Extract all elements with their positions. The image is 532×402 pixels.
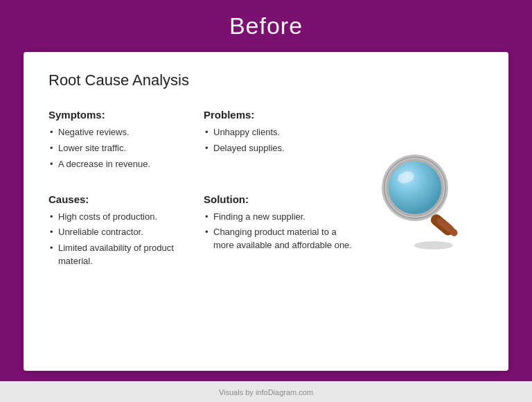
slide-container: Root Cause Analysis Symptoms: Negative r… <box>24 52 508 371</box>
footer-bar: Visuals by infoDiagram.com <box>0 381 532 402</box>
magnifier-cell <box>359 109 484 285</box>
page-header: Before <box>0 0 532 52</box>
problems-title: Problems: <box>204 109 352 121</box>
symptoms-section: Symptoms: Negative reviews. Lower site t… <box>48 109 204 188</box>
list-item: Unreliable contractor. <box>48 226 197 239</box>
problems-list: Unhappy clients. Delayed supplies. <box>204 126 352 155</box>
list-item: Lower site traffic. <box>48 142 197 155</box>
list-item: A decrease in revenue. <box>48 158 197 171</box>
list-item: Finding a new supplier. <box>204 211 352 224</box>
symptoms-title: Symptoms: <box>48 109 197 121</box>
list-item: Unhappy clients. <box>204 126 352 139</box>
causes-list: High costs of production. Unreliable con… <box>48 211 197 268</box>
list-item: Limited availability of product material… <box>48 242 197 268</box>
symptoms-list: Negative reviews. Lower site traffic. A … <box>48 126 197 171</box>
problems-section: Problems: Unhappy clients. Delayed suppl… <box>204 109 359 188</box>
footer-text: Visuals by infoDiagram.com <box>219 388 313 396</box>
page-title: Before <box>0 12 532 40</box>
content-grid: Symptoms: Negative reviews. Lower site t… <box>48 109 484 285</box>
svg-point-0 <box>414 241 453 250</box>
list-item: Delayed supplies. <box>204 142 352 155</box>
list-item: Changing product material to a more avai… <box>204 226 352 252</box>
causes-title: Causes: <box>48 193 197 205</box>
list-item: High costs of production. <box>48 211 197 224</box>
solution-section: Solution: Finding a new supplier. Changi… <box>204 188 359 285</box>
magnifier-icon <box>366 141 477 252</box>
solution-title: Solution: <box>204 193 352 205</box>
causes-section: Causes: High costs of production. Unreli… <box>48 188 204 285</box>
list-item: Negative reviews. <box>48 126 197 139</box>
solution-list: Finding a new supplier. Changing product… <box>204 211 352 253</box>
slide-title: Root Cause Analysis <box>48 71 484 89</box>
